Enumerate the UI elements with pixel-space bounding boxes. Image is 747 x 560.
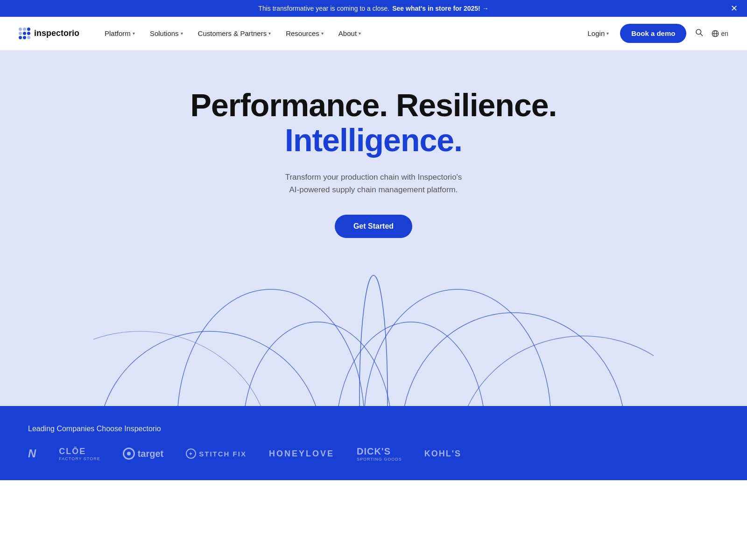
language-selector[interactable]: en <box>712 30 728 37</box>
hero-subtext: Transform your production chain with Ins… <box>285 171 462 196</box>
svg-point-12 <box>458 336 654 406</box>
chevron-down-icon: ▾ <box>606 31 609 36</box>
brand-dicks: DICK'S SPORTING GOODS <box>357 446 402 462</box>
brand-n: N <box>28 447 36 460</box>
announcement-link[interactable]: See what's in store for 2025! → <box>392 5 488 12</box>
brand-kohls: KOHL'S <box>424 449 461 459</box>
globe-icon <box>712 30 719 37</box>
nav-right: Login ▾ Book a demo en <box>582 24 728 43</box>
nav-item-customers-partners[interactable]: Customers & Partners ▾ <box>191 26 278 41</box>
logos-strip: Leading Companies Choose Inspectorio N C… <box>0 406 747 480</box>
login-button[interactable]: Login ▾ <box>582 26 615 41</box>
svg-point-5 <box>98 331 322 406</box>
brand-target: target <box>123 448 164 460</box>
nav-menu: Platform ▾ Solutions ▾ Customers & Partn… <box>98 26 582 41</box>
logo-text: inspectorio <box>34 28 79 38</box>
hero-headline: Performance. Resilience. Intelligence. <box>190 88 557 158</box>
search-icon[interactable] <box>692 25 706 42</box>
nav-item-platform[interactable]: Platform ▾ <box>98 26 141 41</box>
svg-point-9 <box>336 322 486 406</box>
logo-grid-icon <box>19 28 30 39</box>
brand-cloe: CLŌE FACTORY STORE <box>59 447 100 461</box>
logo[interactable]: inspectorio <box>19 28 79 39</box>
target-circle-icon <box>123 448 135 460</box>
logos-strip-title: Leading Companies Choose Inspectorio <box>28 425 719 433</box>
chevron-down-icon: ▾ <box>268 31 271 36</box>
hero-section: Performance. Resilience. Intelligence. T… <box>0 50 747 406</box>
svg-point-10 <box>364 289 551 406</box>
book-demo-button[interactable]: Book a demo <box>620 24 686 43</box>
get-started-button[interactable]: Get Started <box>335 215 412 238</box>
nav-item-about[interactable]: About ▾ <box>332 26 367 41</box>
announcement-bar: This transformative year is coming to a … <box>0 0 747 17</box>
announcement-close-button[interactable]: ✕ <box>731 4 738 13</box>
brand-stitch-fix: ✦ STITCH FIX <box>186 448 247 459</box>
nav-item-resources[interactable]: Resources ▾ <box>279 26 330 41</box>
chevron-down-icon: ▾ <box>321 31 324 36</box>
svg-line-1 <box>701 34 703 36</box>
svg-point-11 <box>402 313 626 406</box>
hero-illustration <box>93 257 654 406</box>
brand-honeylove: HONEYLOVE <box>269 449 334 459</box>
announcement-text: This transformative year is coming to a … <box>258 5 389 12</box>
svg-point-13 <box>93 331 271 406</box>
chevron-down-icon: ▾ <box>133 31 135 36</box>
navbar: inspectorio Platform ▾ Solutions ▾ Custo… <box>0 17 747 50</box>
svg-point-0 <box>696 29 701 35</box>
sf-circle-icon: ✦ <box>186 448 196 459</box>
nav-item-solutions[interactable]: Solutions ▾ <box>143 26 190 41</box>
svg-point-7 <box>243 322 392 406</box>
chevron-down-icon: ▾ <box>181 31 183 36</box>
logos-row: N CLŌE FACTORY STORE target ✦ STITCH FIX… <box>28 446 719 462</box>
chevron-down-icon: ▾ <box>359 31 361 36</box>
